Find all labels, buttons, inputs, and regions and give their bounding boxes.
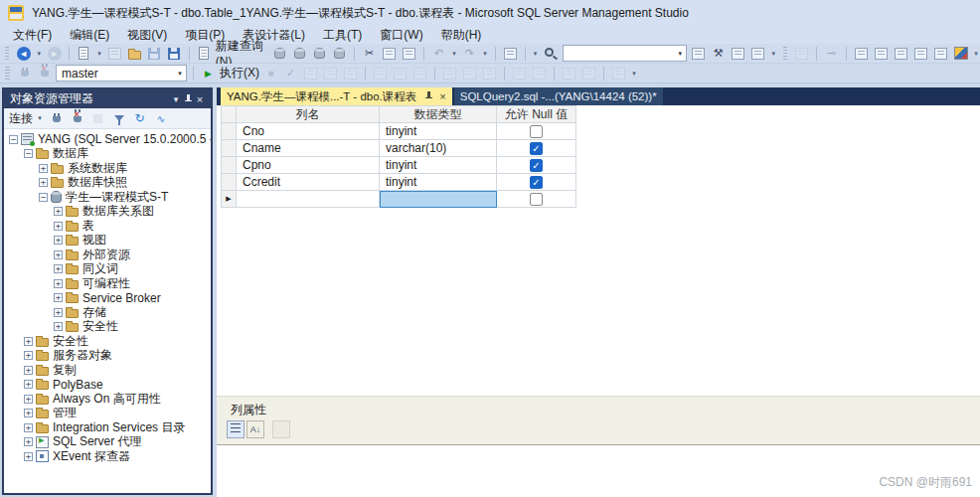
new-xmla-query-icon[interactable] [311,46,328,62]
data-type-cell[interactable]: tinyint [380,157,497,174]
save-icon[interactable] [146,46,163,62]
column-name-cell[interactable]: Cno [237,123,380,140]
data-type-cell[interactable]: tinyint [380,174,497,191]
generate-change-script-icon[interactable] [853,46,870,62]
tree-expander[interactable]: + [54,308,63,317]
comment-icon[interactable] [511,66,528,82]
cut-icon[interactable]: ✂ [361,46,378,62]
activity-monitor-icon[interactable] [502,46,519,62]
disconnect-query-icon[interactable] [36,66,53,82]
tree-expander[interactable]: + [24,380,33,389]
tree-item[interactable]: +XEvent 探查器 [4,449,211,464]
tree-item[interactable]: +Always On 高可用性 [4,392,211,407]
tree-item[interactable]: −YANG (SQL Server 15.0.2000.5 - yang [4,132,211,147]
activity-monitor-icon[interactable]: ∿ [152,110,169,126]
tree-expander[interactable]: + [24,366,33,375]
toolbar-grip[interactable] [5,47,9,61]
include-actual-plan-icon[interactable] [372,66,389,82]
toolbar-grip[interactable] [783,47,787,61]
tree-item[interactable]: +服务器对象 [4,349,211,364]
property-grid-empty[interactable] [217,445,980,497]
tree-expander[interactable]: + [24,337,33,346]
connect-server-icon[interactable] [48,110,65,126]
menu-item[interactable]: 文件(F) [4,26,61,45]
column-name-cell[interactable]: Cpno [237,157,380,174]
new-file-icon[interactable] [76,46,92,62]
pin-icon[interactable] [183,93,193,105]
stop-icon[interactable] [89,110,106,126]
intellisense-icon[interactable] [342,66,359,82]
tree-expander[interactable]: + [24,452,33,461]
pin-icon[interactable] [423,90,433,102]
row-marker[interactable]: ▶ [221,191,237,208]
parse-query-icon[interactable]: ✓ [282,66,299,82]
tree-expander[interactable]: + [24,437,33,446]
menu-item[interactable]: 帮助(H) [432,26,491,45]
data-type-cell[interactable]: tinyint [380,123,497,140]
column-name-cell[interactable]: Ccredit [237,174,380,191]
tree-item[interactable]: +可编程性 [4,276,211,291]
execute-button[interactable]: 执行(X) [220,65,259,82]
object-explorer-header[interactable]: 对象资源管理器 ▾ × [4,89,211,108]
toolbar-grip[interactable] [5,67,10,81]
results-to-text-icon[interactable] [441,66,458,82]
tree-item[interactable]: +复制 [4,363,211,378]
tree-expander[interactable]: + [24,395,33,404]
redo-icon[interactable]: ↷ [461,46,478,62]
close-icon[interactable]: × [193,93,207,105]
results-to-file-icon[interactable] [481,66,498,82]
connect-button[interactable]: 连接 ▾ [9,110,44,127]
paste-icon[interactable] [401,46,417,62]
properties-window-icon[interactable] [710,46,727,62]
tree-expander[interactable]: + [54,279,63,288]
window-position-dropdown-icon[interactable]: ▾ [169,94,183,104]
property-pages-button[interactable] [272,420,290,438]
tree-expander[interactable]: + [54,236,63,245]
column-name-cell[interactable]: Cname [237,140,380,157]
allow-null-checkbox[interactable] [530,142,543,155]
alphabetical-sort-button[interactable]: A↓ [246,420,264,438]
cancel-query-icon[interactable]: ■ [262,66,279,82]
navigate-back-button[interactable]: ◄ [15,46,32,62]
tree-expander[interactable]: + [24,409,33,417]
navigate-forward-button[interactable]: ► [46,46,63,62]
disconnect-server-icon[interactable] [69,110,85,126]
undo-icon[interactable]: ↶ [430,46,447,62]
redo-dropdown[interactable]: ▾ [481,50,489,58]
decrease-indent-icon[interactable] [561,66,577,82]
allow-null-checkbox[interactable] [530,125,543,138]
save-all-icon[interactable] [166,46,183,62]
allow-null-checkbox[interactable] [530,193,543,206]
tree-expander[interactable]: − [9,135,18,144]
new-dmx-query-icon[interactable] [291,46,308,62]
navigate-back-dropdown[interactable]: ▾ [35,50,43,58]
tree-expander[interactable]: + [54,293,63,302]
row-marker[interactable] [221,174,237,191]
tree-item[interactable]: +数据库关系图 [4,205,211,220]
tree-expander[interactable]: + [54,322,63,331]
tree-expander[interactable]: − [24,149,33,158]
execute-icon[interactable]: ▶ [200,66,217,82]
tree-expander[interactable]: + [54,250,63,259]
client-statistics-icon[interactable] [411,66,428,82]
table-view-icon[interactable] [932,46,949,62]
registered-servers-icon[interactable] [690,46,707,62]
menu-item[interactable]: 视图(V) [118,26,176,45]
refresh-icon[interactable]: ↻ [131,110,148,126]
tree-item[interactable]: +安全性 [4,320,211,335]
toolbar-overflow-dropdown[interactable]: ▾ [972,50,980,58]
tree-expander[interactable]: − [39,193,48,202]
tree-item[interactable]: +表 [4,219,211,234]
increase-indent-icon[interactable] [580,66,597,82]
data-type-cell[interactable]: varchar(10) [380,140,497,157]
close-icon[interactable]: × [439,90,445,102]
results-to-grid-icon[interactable] [461,66,478,82]
tree-expander[interactable]: + [39,178,48,187]
allow-null-checkbox[interactable] [530,176,543,189]
find-in-files-icon[interactable] [543,46,560,62]
menu-item[interactable]: 窗口(W) [371,26,431,45]
menu-item[interactable]: 工具(T) [314,26,371,45]
copy-icon[interactable] [381,46,398,62]
new-query-icon[interactable] [196,46,213,62]
categorized-sort-button[interactable] [227,420,245,438]
